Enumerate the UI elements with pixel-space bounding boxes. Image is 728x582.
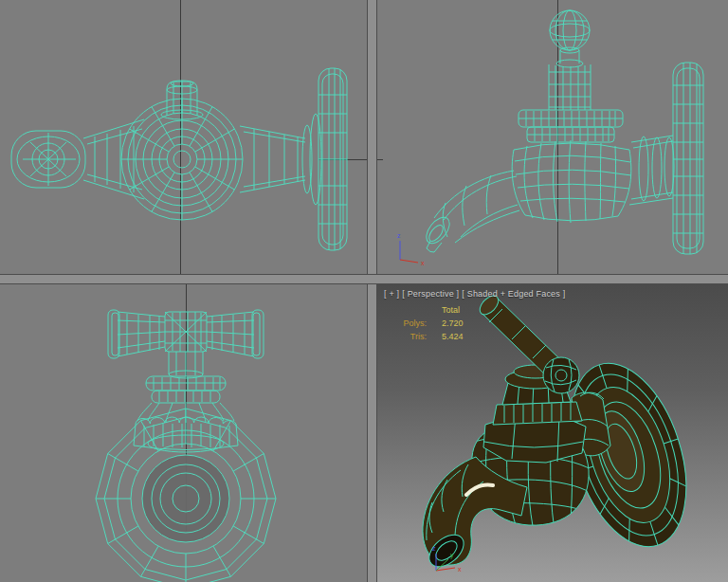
front-view-wireframe[interactable] bbox=[0, 282, 367, 582]
axis-gizmo: z x bbox=[397, 232, 425, 266]
axis-y-label: y bbox=[450, 552, 454, 559]
stats-total-header: Total bbox=[442, 303, 460, 317]
viewport-menu-shading[interactable]: [ Shaded + Edged Faces ] bbox=[462, 289, 565, 299]
viewport-top-view[interactable] bbox=[0, 0, 367, 274]
faucet-wireframe-side[interactable] bbox=[422, 10, 703, 254]
world-axis-lines bbox=[375, 0, 558, 274]
viewport-label: [ + ][ Perspective ][ Shaded + Edged Fac… bbox=[384, 289, 568, 299]
viewport-menu-pov[interactable]: [ Perspective ] bbox=[402, 289, 459, 299]
faucet-wireframe-top[interactable] bbox=[11, 68, 347, 250]
viewport-side-view[interactable]: z x bbox=[375, 0, 728, 274]
viewport-front-view[interactable] bbox=[0, 282, 367, 582]
axis-x-label: x bbox=[421, 260, 425, 266]
axis-z-label: z bbox=[397, 232, 401, 239]
axis-z-label: z bbox=[432, 545, 436, 552]
horizontal-splitter[interactable] bbox=[0, 274, 728, 284]
top-view-wireframe[interactable] bbox=[0, 0, 367, 274]
stats-tris-value: 5.424 bbox=[442, 330, 464, 343]
viewport-menu-general[interactable]: [ + ] bbox=[384, 289, 399, 299]
axis-x-label: x bbox=[458, 566, 462, 573]
vertical-splitter[interactable] bbox=[367, 0, 377, 582]
viewport-perspective[interactable]: z y x [ + ][ Perspective ][ Shaded + Edg… bbox=[375, 282, 728, 582]
stats-polys-label: Polys: bbox=[387, 317, 427, 330]
side-view-wireframe[interactable]: z x bbox=[375, 0, 728, 274]
viewport-grid: z x bbox=[0, 0, 728, 582]
stats-polys-value: 2.720 bbox=[442, 317, 464, 330]
statistics-overlay: Total Polys:2.720 Tris:5.424 bbox=[387, 303, 464, 343]
shaded-faucet[interactable] bbox=[423, 293, 707, 573]
stats-tris-label: Tris: bbox=[387, 330, 427, 343]
